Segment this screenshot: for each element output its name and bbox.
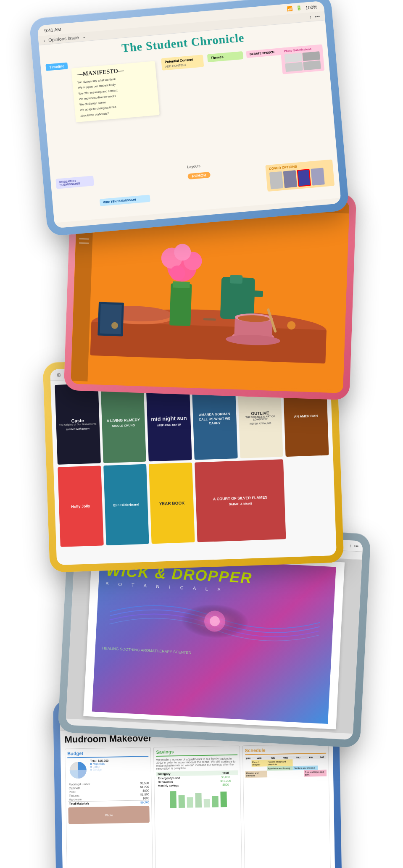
svg-rect-37 [195,793,202,808]
person-placeholder: Photo [68,806,150,824]
back-icon[interactable]: ‹ [43,37,45,42]
botanicals-graphic [103,590,327,652]
budget-pie [67,760,89,781]
book-court-title: A COURT OF SILVER FLAMES [213,495,267,502]
word-page: WICK & DROPPER B O T A N I C A L S [83,549,344,729]
research-label: RESEARCH SUBMISSIONS [59,178,90,187]
book-outlive-author: PETER ATTIA, MD [250,422,271,425]
page-container: 9:41 AM 📶 🔋 100% ‹ Opinions Issue ⌄ ↑ ••… [0,0,403,868]
savings-chart [156,788,238,810]
book-living-remedy: A LIVING REMEDY NICOLE CHUNG [100,382,146,463]
book-caste-title: Caste [71,418,84,423]
book-yearbook-title: YEAR BOOK [159,500,184,506]
savings-desc: We made a number of adjustments to our f… [156,757,237,770]
savings-label: Savings [156,748,237,757]
research-submissions: RESEARCH SUBMISSIONS [55,176,94,189]
rumor-badge: RUMOR [187,172,211,180]
book-court: A COURT OF SILVER FLAMES SARAH J. MAAS [194,459,286,542]
book-midnight-title: mid night sun [151,415,187,423]
timeline-sticky: Timeline [45,62,68,71]
book-hilderbrand-title: Elin Hilderbrand [113,502,139,507]
botanicals-bg: WICK & DROPPER B O T A N I C A L S [92,555,336,724]
thenics-note: Thenics [207,51,243,62]
chronicle-content: The Student Chronicle Timeline —MANIFEST… [39,21,340,223]
book-caste: Caste The Origins of Our Discontents Isa… [55,384,100,465]
svg-rect-8 [173,281,190,288]
illustration-svg [71,204,349,391]
cover-thumbs [269,167,331,189]
savings-section: Savings We made a number of adjustments … [153,745,242,868]
ipad-1-time: 9:41 AM [44,26,61,33]
book-american-title: AN AMERICAN [294,414,318,418]
debate-label: DEBATE SPEECH [249,50,284,55]
photo-submissions: Photo Submissions [280,44,324,74]
budget-totals: Total: $15,200 ■ Materials ■ Labor ■ Des… [90,759,109,781]
svg-rect-36 [187,797,193,808]
illustration-canvas [71,204,349,391]
book-gorman-title: AMANDA GORMAN CALL US WHAT WE CARRY [194,412,234,426]
wifi-icon: 📶 [287,6,293,12]
books-toolbar-icon: ⊞ [57,372,60,377]
book-midnight-author: STEPHENIE MEYER [157,423,181,426]
share-icon[interactable]: ↑ [309,14,312,19]
book-holly-title: Holly Jolly [71,504,90,509]
manifesto-area: —MANIFESTO— We always say what we think … [71,61,159,122]
ipad-1-wrapper: 9:41 AM 📶 🔋 100% ‹ Opinions Issue ⌄ ↑ ••… [29,0,349,237]
toolbar-title: Opinions Issue [48,34,79,42]
book-hilderbrand: Elin Hilderbrand [103,464,149,545]
thenics-label: Thenics [211,54,240,60]
numbers-content: Mudroom Makeover Budget [60,726,335,868]
photo-grid [284,51,321,72]
cover-options: COVER OPTIONS [265,159,335,192]
schedule-label: Schedule [245,747,326,755]
svg-rect-40 [220,792,227,807]
manifesto-lines: We always say what we think We support o… [77,73,154,118]
svg-rect-16 [229,275,242,284]
dropdown-icon[interactable]: ⌄ [82,34,86,39]
ipad-4-content: WICK & DROPPER B O T A N I C A L S [66,545,362,734]
book-caste-sub: The Origins of Our Discontents [59,422,96,426]
share-4[interactable]: ↑ [349,543,352,548]
book-outlive-sub: THE SCIENCE & ART OF LONGEVITY [240,415,280,421]
book-court-author: SARAH J. MAAS [229,502,252,506]
battery-icon: 🔋 [296,5,302,11]
svg-rect-15 [250,290,263,297]
budget-section: Budget [64,747,153,868]
book-holly: Holly Jolly [58,466,103,547]
sections-grid: Budget [64,744,331,868]
spreadsheet-main: Mudroom Makeover Budget [60,726,335,868]
layouts-label: Layouts [187,164,200,169]
book-living-title: A LIVING REMEDY [106,418,140,423]
book-living-author: NICOLE CHUNG [112,423,134,427]
schedule-section: Schedule SUN MON TUE WED THU [242,744,331,868]
svg-rect-6 [100,304,121,334]
potential-consent: Potential Consent ADD CONTENT [161,55,204,71]
svg-rect-38 [204,799,210,808]
budget-chart-area: Total: $15,200 ■ Materials ■ Labor ■ Des… [67,758,149,781]
more-4[interactable]: ••• [354,544,358,549]
written-submission: WRITTEN SUBMISSION [99,195,150,206]
book-yearbook: YEAR BOOK [149,463,195,544]
savings-table: CategoryTotal Emergency Fund$6,000 Renov… [156,770,238,787]
ipad-1-screen: 9:41 AM 📶 🔋 100% ‹ Opinions Issue ⌄ ↑ ••… [37,1,341,229]
battery-pct: 100% [305,4,317,10]
book-caste-author: Isabel Wilkerson [66,427,89,431]
svg-rect-39 [212,796,218,807]
budget-label: Budget [67,750,148,758]
spreadsheet-area: Mudroom Makeover Budget [60,726,335,868]
svg-rect-34 [170,791,176,808]
svg-rect-25 [203,318,216,321]
budget-table: Flooring/Lumber$3,500 Cabinets$4,200 Pai… [68,781,149,805]
ipad-1-frame: 9:41 AM 📶 🔋 100% ‹ Opinions Issue ⌄ ↑ ••… [29,0,349,237]
svg-rect-7 [169,283,192,326]
schedule-table: SUN MON TUE WED THU FRI SAT [245,755,326,778]
svg-rect-35 [178,795,185,808]
more-icon[interactable]: ••• [314,13,320,19]
written-label: WRITTEN SUBMISSION [103,197,147,204]
